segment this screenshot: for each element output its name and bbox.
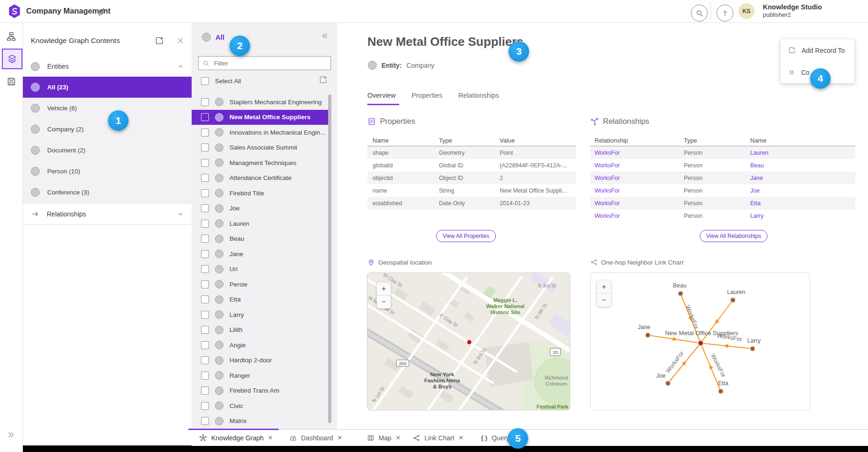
entity-list-item[interactable]: Beau — [192, 231, 330, 247]
entity-list-item[interactable]: Jane — [192, 246, 330, 262]
relationship-link[interactable]: WorksFor — [595, 200, 684, 207]
item-checkbox[interactable] — [201, 265, 209, 273]
item-checkbox[interactable] — [201, 98, 209, 106]
entity-list-item[interactable]: Persie — [192, 277, 330, 292]
relationship-link[interactable]: WorksFor — [595, 162, 684, 169]
entity-type-vehicle[interactable]: Vehicle (6) — [22, 98, 192, 119]
entities-section-header[interactable]: Entities — [22, 56, 192, 77]
entity-list-item[interactable]: Managment Techniques — [192, 155, 330, 171]
tab-relationships[interactable]: Relationships — [459, 92, 499, 99]
relationship-row[interactable]: WorksForPersonLarry — [590, 209, 855, 222]
entity-list-item[interactable]: Lilith — [192, 323, 330, 338]
linkchart-zoom-in-button[interactable]: + — [597, 280, 611, 294]
tab-knowledge-graph[interactable]: Knowledge Graph ✕ — [199, 430, 273, 446]
filter-input[interactable] — [213, 59, 318, 67]
entity-list-item[interactable]: Angie — [192, 337, 330, 353]
item-checkbox[interactable] — [201, 250, 209, 258]
item-checkbox[interactable] — [201, 220, 209, 228]
close-panel-icon[interactable] — [177, 37, 184, 44]
item-checkbox[interactable] — [201, 174, 209, 182]
entity-link[interactable]: Lauren — [750, 150, 855, 156]
geospatial-map[interactable]: 25033W Clay StW Marshall StE Clay StN 3r… — [367, 273, 570, 410]
map-zoom-out-button[interactable]: − — [377, 295, 391, 309]
item-checkbox[interactable] — [201, 129, 209, 136]
edit-title-pencil-icon[interactable] — [98, 7, 107, 16]
close-tab-icon[interactable]: ✕ — [337, 434, 343, 441]
entity-list-item[interactable]: Larry — [192, 307, 330, 323]
entity-list-item[interactable]: Firebird Trans Am — [192, 383, 330, 399]
property-row[interactable]: establishedDate Only2014-01-23 — [367, 197, 576, 209]
map-zoom-in-button[interactable]: + — [377, 282, 391, 295]
contents-rail-button[interactable] — [2, 49, 22, 69]
relationship-row[interactable]: WorksForPersonJoe — [590, 184, 855, 197]
one-hop-link-chart[interactable]: WorksForWorksForWorksForWorksForNew Meta… — [590, 273, 810, 410]
link-chart-canvas[interactable]: WorksForWorksForWorksForWorksForNew Meta… — [591, 273, 810, 410]
expand-rail-button[interactable] — [2, 425, 21, 444]
entity-list-item[interactable]: Hardtop 2-door — [192, 353, 330, 368]
entity-type-all[interactable]: All (23) — [22, 77, 192, 98]
property-row[interactable]: globalidGlobal ID{A228944F-0EF5-412A-... — [367, 159, 576, 172]
item-checkbox[interactable] — [201, 280, 209, 288]
select-all-checkbox[interactable] — [201, 77, 209, 85]
item-checkbox[interactable] — [201, 372, 209, 380]
menu-item-add-record-to[interactable]: Add Record To — [781, 39, 854, 61]
item-checkbox[interactable] — [201, 402, 209, 410]
item-checkbox[interactable] — [201, 189, 209, 197]
item-checkbox[interactable] — [201, 204, 209, 212]
tab-properties[interactable]: Properties — [411, 92, 442, 99]
entity-list-item[interactable]: Firebird Title — [192, 186, 330, 201]
search-button[interactable] — [691, 5, 708, 22]
map-canvas[interactable]: 25033W Clay StW Marshall StE Clay StN 3r… — [367, 273, 570, 410]
entity-list-item[interactable]: Joe — [192, 201, 330, 216]
entity-list-item[interactable]: Etta — [192, 292, 330, 308]
tab-query[interactable]: { } Query — [481, 430, 509, 446]
property-row[interactable]: shapeGeometryPoint — [367, 146, 576, 159]
entity-list-item[interactable]: Matrix — [192, 414, 330, 429]
save-rail-button[interactable] — [2, 72, 21, 91]
entity-list-item-selected[interactable]: New Metal Office Suppliers — [192, 110, 330, 125]
entity-list-item[interactable]: Civic — [192, 398, 330, 414]
item-checkbox[interactable] — [201, 387, 209, 395]
entity-link[interactable]: Jane — [750, 175, 855, 181]
entity-link[interactable]: Larry — [750, 213, 855, 219]
tab-dashboard[interactable]: Dashboard ✕ — [289, 430, 342, 446]
item-checkbox[interactable] — [201, 341, 209, 349]
entity-list-item[interactable]: Uri — [192, 262, 330, 277]
tab-link-chart[interactable]: Link Chart ✕ — [413, 430, 464, 446]
entity-type-conference[interactable]: Conference (3) — [22, 182, 192, 203]
help-button[interactable] — [717, 5, 733, 22]
item-checkbox[interactable] — [201, 417, 209, 425]
tab-overview[interactable]: Overview — [367, 92, 395, 99]
entity-type-document[interactable]: Document (2) — [22, 140, 192, 161]
entity-link[interactable]: Beau — [750, 162, 855, 169]
add-record-icon[interactable] — [155, 36, 164, 45]
data-model-rail-button[interactable] — [2, 27, 21, 46]
tab-map[interactable]: Map ✕ — [367, 430, 401, 446]
relationships-section-header[interactable]: Relationships — [22, 203, 192, 225]
entity-list-item[interactable]: Sales Associate Summit — [192, 140, 330, 156]
add-record-icon[interactable] — [319, 75, 328, 84]
entity-list-item[interactable]: Attendance Certificate — [192, 171, 330, 186]
scrollbar-thumb[interactable] — [328, 94, 331, 423]
select-all-row[interactable]: Select All — [201, 77, 241, 85]
relationship-row[interactable]: WorksForPersonLauren — [590, 146, 855, 159]
entity-link[interactable]: Etta — [750, 200, 855, 207]
relationship-row[interactable]: WorksForPersonEtta — [590, 197, 855, 209]
user-info[interactable]: Knowledge Studio publisher2 — [763, 3, 822, 18]
relationship-link[interactable]: WorksFor — [595, 175, 684, 181]
item-checkbox[interactable] — [201, 113, 209, 121]
linkchart-zoom-out-button[interactable]: − — [597, 294, 611, 307]
item-checkbox[interactable] — [201, 326, 209, 334]
entity-type-company[interactable]: Company (2) — [22, 119, 192, 140]
item-checkbox[interactable] — [201, 235, 209, 243]
item-checkbox[interactable] — [201, 311, 209, 319]
app-logo-icon[interactable] — [7, 4, 22, 18]
item-checkbox[interactable] — [201, 159, 209, 167]
relationship-link[interactable]: WorksFor — [595, 150, 684, 156]
close-tab-icon[interactable]: ✕ — [459, 434, 464, 441]
view-all-relationships-button[interactable]: View All Relationships — [700, 230, 768, 242]
entity-type-person[interactable]: Person (10) — [22, 161, 192, 182]
relationship-link[interactable]: WorksFor — [595, 213, 684, 219]
close-tab-icon[interactable]: ✕ — [395, 434, 401, 441]
entity-list-item[interactable]: Ranger — [192, 368, 330, 383]
